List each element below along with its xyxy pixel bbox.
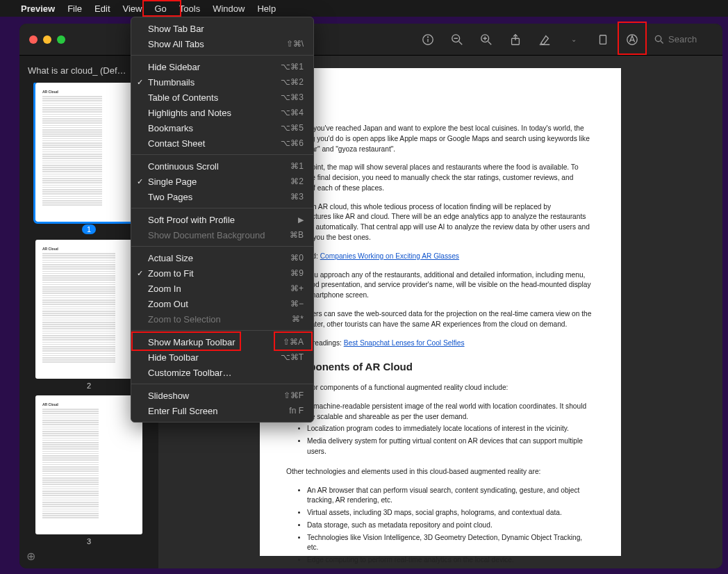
chevron-down-icon[interactable]: ⌄: [567, 33, 581, 47]
svg-line-7: [488, 41, 492, 44]
menu-item-two-pages[interactable]: Two Pages⌘3: [131, 189, 313, 204]
rotate-icon[interactable]: [596, 33, 610, 47]
list: A machine-readable persistent image of t…: [307, 402, 595, 457]
list-item: Virtual assets, including 3D maps, socia…: [307, 508, 595, 518]
add-page-icon[interactable]: ⊕: [26, 550, 35, 563]
minimize-icon[interactable]: [43, 35, 51, 44]
menu-item-thumbnails[interactable]: ✓Thumbnails⌥⌘2: [131, 74, 313, 90]
menu-go[interactable]: Go: [154, 3, 166, 14]
menu-view[interactable]: View: [123, 3, 142, 14]
share-icon[interactable]: [508, 33, 522, 47]
menu-item-bookmarks[interactable]: Bookmarks⌥⌘5: [131, 120, 313, 136]
link-snapchat-lenses[interactable]: Best Snapchat Lenses for Cool Selfies: [344, 339, 465, 347]
paragraph: Developers can save the web-sourced data…: [286, 309, 595, 330]
menu-item-customize-toolbar-[interactable]: Customize Toolbar…: [131, 365, 313, 380]
menu-item-highlights-and-notes[interactable]: Highlights and Notes⌥⌘4: [131, 105, 313, 120]
link-ar-glasses[interactable]: Companies Working on Exciting AR Glasses: [320, 252, 459, 260]
toolbar: ⌄: [408, 33, 722, 47]
menu-item-hide-sidebar[interactable]: Hide Sidebar⌥⌘1: [131, 59, 313, 74]
menu-item-show-all-tabs[interactable]: Show All Tabs⇧⌘\: [131, 36, 313, 51]
paragraph: Related readings: Best Snapchat Lenses f…: [286, 338, 595, 349]
svg-point-15: [655, 35, 661, 41]
paragraph: At this point, the map will show several…: [286, 163, 595, 193]
menu-item-hide-toolbar[interactable]: Hide Toolbar⌥⌘T: [131, 350, 313, 365]
app-name[interactable]: Preview: [21, 3, 55, 14]
menu-item-soft-proof-with-profile[interactable]: Soft Proof with Profile▶: [131, 212, 313, 227]
list-item: Technologies like Vision Intelligence, 3…: [307, 533, 595, 554]
menu-window[interactable]: Window: [213, 3, 245, 14]
highlight-icon[interactable]: [538, 33, 552, 47]
paragraph: Imagine you've reached Japan and want to…: [286, 124, 595, 154]
menu-item-contact-sheet[interactable]: Contact Sheet⌥⌘6: [131, 136, 313, 151]
menu-item-enter-full-screen[interactable]: Enter Full Screenfn F: [131, 403, 313, 418]
paragraph: When you approach any of the restaurants…: [286, 270, 595, 301]
list-item: A machine-readable persistent image of t…: [307, 402, 595, 423]
menu-item-actual-size[interactable]: Actual Size⌘0: [131, 250, 313, 265]
list-item: Edge computing to perform real-time anal…: [307, 555, 595, 566]
paragraph: Now, with AR cloud, this whole tedious p…: [286, 202, 595, 243]
menu-item-show-markup-toolbar[interactable]: Show Markup Toolbar⇧⌘A: [131, 334, 313, 350]
search-input[interactable]: [668, 34, 710, 44]
search-field[interactable]: [654, 34, 710, 44]
menu-item-single-page[interactable]: ✓Single Page⌘2: [131, 174, 313, 189]
svg-point-2: [428, 36, 429, 37]
zoom-out-icon[interactable]: [450, 33, 464, 47]
menu-tools[interactable]: Tools: [179, 3, 200, 14]
menu-item-zoom-in[interactable]: Zoom In⌘+: [131, 281, 313, 296]
zoom-icon[interactable]: [57, 35, 65, 44]
menu-item-slideshow[interactable]: Slideshow⇧⌘F: [131, 388, 313, 403]
svg-line-16: [661, 41, 663, 44]
menu-item-zoom-to-fit[interactable]: ✓Zoom to Fit⌘9: [131, 265, 313, 281]
menu-item-continuous-scroll[interactable]: Continuous Scroll⌘1: [131, 158, 313, 174]
menu-item-zoom-to-selection: Zoom to Selection⌘*: [131, 311, 313, 327]
menu-item-show-document-background: Show Document Background⌘B: [131, 227, 313, 243]
paragraph: Other technologies and elements used in …: [286, 467, 595, 477]
heading-components: Components of AR Cloud: [286, 359, 595, 375]
menu-help[interactable]: Help: [257, 3, 276, 14]
thumbnail-number: 3: [87, 537, 91, 546]
info-icon[interactable]: [421, 33, 435, 47]
menu-item-show-tab-bar[interactable]: Show Tab Bar: [131, 21, 313, 36]
list-item: An AR browser that can perform visual se…: [307, 486, 595, 507]
zoom-in-icon[interactable]: [479, 33, 493, 47]
paragraph: Also read: Companies Working on Exciting…: [286, 252, 595, 262]
view-dropdown: Show Tab BarShow All Tabs⇧⌘\Hide Sidebar…: [131, 17, 314, 423]
menu-file[interactable]: File: [67, 3, 82, 14]
menubar: Preview File Edit View Go Tools Window H…: [0, 0, 728, 17]
list: An AR browser that can perform visual se…: [307, 486, 595, 566]
svg-rect-13: [600, 35, 606, 44]
list-item: Media delivery system for putting virtua…: [307, 436, 595, 457]
preview-window: ion).pdf ⌄ What is ar cloud_ (Def… AR Cl…: [19, 24, 722, 568]
menu-item-zoom-out[interactable]: Zoom Out⌘−: [131, 296, 313, 311]
list-item: Localization program codes to immediatel…: [307, 424, 595, 434]
close-icon[interactable]: [29, 35, 38, 44]
titlebar: ion).pdf ⌄: [19, 24, 722, 56]
thumbnail-number: 1: [82, 224, 96, 234]
paragraph: The major components of a functional aug…: [286, 383, 595, 393]
thumbnail-number: 2: [87, 382, 91, 390]
markup-icon[interactable]: [625, 33, 639, 47]
menu-edit[interactable]: Edit: [94, 3, 110, 14]
menu-item-table-of-contents[interactable]: Table of Contents⌥⌘3: [131, 90, 313, 105]
pdf-page: Imagine you've reached Japan and want to…: [260, 68, 621, 556]
svg-line-4: [459, 41, 463, 44]
list-item: Data storage, such as metadata repositor…: [307, 520, 595, 531]
